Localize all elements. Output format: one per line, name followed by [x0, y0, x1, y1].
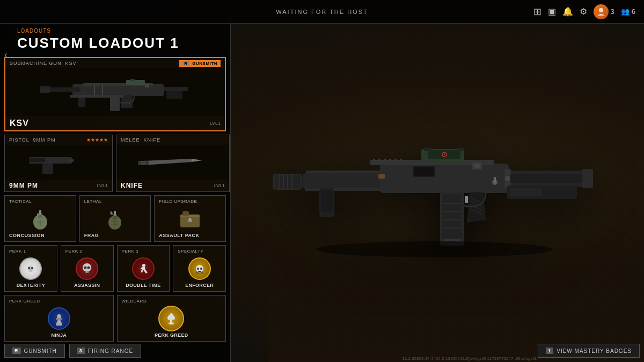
field-upgrade-card[interactable]: FIELD UPGRADE ASSAULT PACK	[154, 195, 226, 242]
svg-point-49	[142, 264, 145, 267]
specialty-label: SPECIALTY	[178, 249, 221, 254]
svg-rect-11	[126, 80, 145, 85]
svg-rect-95	[465, 196, 468, 203]
people-icon: 👥	[621, 8, 630, 16]
perk1-card[interactable]: PERK 1 DEXTERITY	[4, 245, 57, 292]
pistol-type: PISTOL 9MM PM	[9, 137, 56, 143]
bell-icon[interactable]: 🔔	[562, 6, 573, 17]
perk-greed-label: PERK GREED	[9, 299, 109, 304]
gear-icon[interactable]: ⚙	[580, 6, 587, 17]
svg-rect-54	[198, 271, 201, 272]
svg-rect-74	[414, 167, 434, 176]
svg-rect-17	[42, 164, 53, 174]
players-group: 👥 6	[621, 8, 635, 16]
grid-icon[interactable]: ⊞	[533, 6, 541, 18]
monitor-icon[interactable]: ▣	[548, 6, 556, 17]
svg-rect-39	[189, 218, 191, 220]
svg-rect-89	[474, 164, 480, 168]
svg-rect-77	[378, 159, 380, 161]
svg-rect-9	[70, 95, 123, 98]
lethal-card[interactable]: LETHAL FRAG	[79, 195, 151, 242]
melee-card[interactable]: MELEE KNIFE KNIFE LVL1	[116, 135, 230, 192]
wildcard-card[interactable]: WILDCARD PERK GREED	[117, 295, 226, 342]
specialty-card[interactable]: SPECIALTY ENFORCER	[173, 245, 226, 292]
tactical-name: CONCUSSION	[9, 233, 71, 238]
svg-rect-111	[494, 177, 496, 183]
svg-rect-15	[102, 85, 103, 95]
svg-rect-7	[40, 86, 50, 93]
perk2-label: PERK 2	[65, 249, 109, 254]
pistol-image	[5, 145, 112, 180]
primary-weapon-name: KSV	[10, 119, 29, 128]
perk3-icon	[122, 256, 165, 282]
svg-rect-21	[141, 161, 146, 162]
tactical-label: TACTICAL	[9, 199, 71, 204]
primary-weapon-level: LVL1	[210, 121, 221, 126]
topbar-right: ⊞ ▣ 🔔 ⚙ 3 👥 6	[533, 4, 635, 19]
svg-rect-78	[384, 159, 386, 161]
gunsmith-key: R	[12, 348, 21, 354]
perk-greed-card[interactable]: PERK GREED NINJA	[4, 295, 114, 342]
svg-rect-3	[72, 84, 164, 96]
bottom-buttons: R GUNSMITH 3 FIRING RANGE	[4, 344, 141, 358]
tactical-card[interactable]: TACTICAL CONCUSSION	[4, 195, 76, 242]
svg-rect-31	[114, 211, 116, 216]
perk2-card[interactable]: PERK 2 ASSASSIN	[61, 245, 114, 292]
gunsmith-badge[interactable]: R GUNSMITH	[179, 60, 221, 67]
svg-rect-107	[582, 169, 593, 188]
firing-range-label: FIRING RANGE	[88, 348, 133, 354]
svg-rect-67	[303, 173, 386, 189]
version-text: 11.2.20309.44.4 [24-2-18235+11.0] wingsI…	[402, 356, 537, 361]
gunsmith-button[interactable]: R GUNSMITH	[4, 344, 65, 358]
svg-rect-109	[510, 188, 542, 196]
lethal-label: LETHAL	[84, 199, 147, 204]
pistol-stars: ★★★★★	[86, 137, 108, 143]
lethal-icon	[84, 206, 147, 232]
svg-rect-68	[305, 188, 384, 191]
gun-display	[263, 113, 612, 274]
svg-point-58	[169, 322, 174, 324]
players-count: 6	[632, 8, 635, 16]
svg-rect-37	[182, 211, 189, 216]
pistol-level: LVL1	[97, 183, 108, 188]
svg-point-55	[57, 314, 61, 319]
perk1-name: DEXTERITY	[9, 283, 53, 288]
svg-rect-19	[69, 159, 74, 162]
melee-name: KNIFE	[121, 182, 143, 189]
svg-point-42	[31, 267, 33, 269]
view-mastery-label: VIEW MASTERY BADGES	[557, 348, 632, 354]
svg-point-41	[28, 267, 30, 269]
field-upgrade-icon	[159, 206, 221, 232]
breadcrumb: LOADOUTS	[17, 28, 226, 34]
pistol-card[interactable]: PISTOL 9MM PM ★★★★★ 9MM PM LVL1	[4, 135, 113, 192]
svg-rect-47	[85, 271, 86, 273]
primary-weapon-card[interactable]: SUBMACHINE GUN KSV ★★★★★ R GUNSMITH	[4, 57, 226, 131]
perk3-card[interactable]: PERK 3 DOUBLE TIME	[117, 245, 170, 292]
wildcard-label: WILDCARD	[122, 299, 222, 304]
svg-rect-102	[443, 239, 461, 241]
view-mastery-button[interactable]: 1 VIEW MASTERY BADGES	[538, 344, 640, 358]
svg-point-45	[84, 267, 87, 269]
lethal-name: FRAG	[84, 233, 147, 238]
perk3-label: PERK 3	[122, 249, 165, 254]
firing-range-key: 3	[77, 348, 85, 354]
svg-rect-25	[39, 210, 41, 215]
wildcard-icon	[122, 306, 222, 331]
svg-rect-5	[110, 96, 120, 111]
pistol-name: 9MM PM	[9, 182, 38, 189]
svg-rect-97	[442, 194, 462, 242]
perk1-icon	[9, 256, 53, 282]
topbar: WAITING FOR THE HOST ⊞ ▣ 🔔 ⚙ 3 👥 6	[0, 0, 644, 24]
status-text: WAITING FOR THE HOST	[276, 9, 368, 15]
svg-rect-12	[130, 79, 135, 81]
melee-level: LVL1	[214, 183, 225, 188]
field-upgrade-name: ASSAULT PACK	[159, 233, 221, 238]
tactical-icon	[9, 206, 71, 232]
svg-rect-80	[394, 159, 397, 161]
firing-range-button[interactable]: 3 FIRING RANGE	[69, 344, 141, 358]
svg-rect-71	[321, 190, 333, 212]
svg-rect-13	[145, 84, 149, 87]
avatar-group: 3	[594, 4, 614, 19]
avatar[interactable]	[594, 4, 609, 19]
svg-rect-112	[378, 174, 385, 179]
